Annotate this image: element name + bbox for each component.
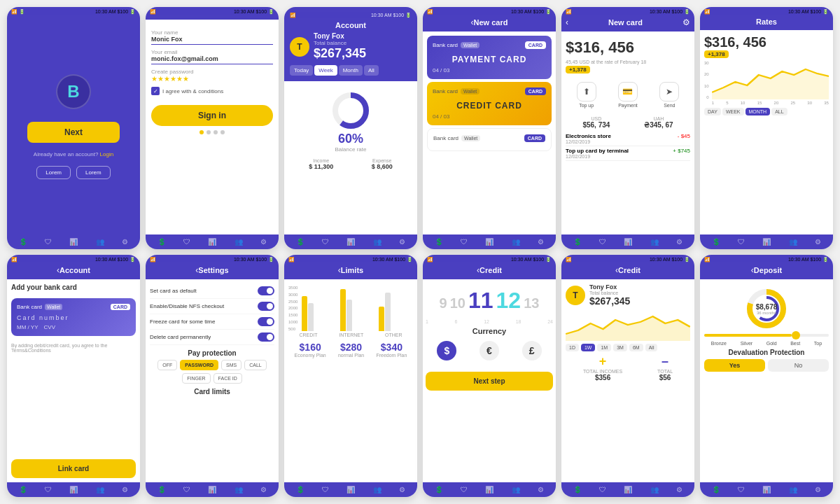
nav-shield-5[interactable]: 🛡 xyxy=(599,238,606,246)
nav-home-9[interactable]: 💲 xyxy=(296,486,304,493)
period-1w[interactable]: 1W xyxy=(581,344,596,351)
nav-people-icon[interactable]: 👥 xyxy=(96,238,104,246)
toggle-delete[interactable] xyxy=(258,332,274,342)
tab-today[interactable]: Today xyxy=(290,65,313,76)
nav-gear-11[interactable]: ⚙ xyxy=(676,486,682,493)
nav-home-4[interactable]: 💲 xyxy=(435,238,443,246)
back-arrow-5[interactable]: ‹ xyxy=(566,18,568,27)
nav-gear-8[interactable]: ⚙ xyxy=(260,486,267,493)
period-1d[interactable]: 1D xyxy=(566,344,579,351)
nav-gear-10[interactable]: ⚙ xyxy=(538,486,544,493)
nav-home-icon-2[interactable]: 💲 xyxy=(158,238,166,246)
nav-people-4[interactable]: 👥 xyxy=(512,238,520,246)
login-link[interactable]: Login xyxy=(100,151,114,158)
nav-shield-icon-2[interactable]: 🛡 xyxy=(183,238,190,246)
nav-people-icon-2[interactable]: 👥 xyxy=(234,238,243,246)
nav-home-6[interactable]: 💲 xyxy=(712,238,720,246)
next-button[interactable]: Next xyxy=(27,122,120,143)
prot-password[interactable]: PASSWORD xyxy=(180,360,218,370)
nav-chart-icon[interactable]: 📊 xyxy=(69,238,78,246)
nav-shield-icon[interactable]: 🛡 xyxy=(45,238,52,246)
link-card-btn[interactable]: Link card xyxy=(11,459,136,478)
nav-chart-11[interactable]: 📊 xyxy=(624,486,632,493)
nav-people-8[interactable]: 👥 xyxy=(234,486,243,493)
toggle-nfs[interactable] xyxy=(258,302,274,311)
send-btn[interactable]: ➤ Send xyxy=(659,82,679,108)
nav-chart-5[interactable]: 📊 xyxy=(624,238,632,246)
nav-people-3[interactable]: 👥 xyxy=(373,238,382,246)
nav-people-6[interactable]: 👥 xyxy=(789,238,797,246)
nav-home-11[interactable]: 💲 xyxy=(573,486,582,493)
agree-checkbox[interactable]: ✓ xyxy=(151,87,160,95)
nav-people-7[interactable]: 👥 xyxy=(96,486,104,493)
nav-home-icon[interactable]: 💲 xyxy=(19,238,27,246)
toggle-default[interactable] xyxy=(258,286,274,295)
nav-shield-12[interactable]: 🛡 xyxy=(738,486,745,493)
period-6m[interactable]: 6M xyxy=(629,344,643,351)
nav-people-5[interactable]: 👥 xyxy=(650,238,659,246)
nav-people-9[interactable]: 👥 xyxy=(373,486,382,493)
nav-gear-7[interactable]: ⚙ xyxy=(122,486,128,493)
nav-shield-4[interactable]: 🛡 xyxy=(461,238,468,246)
nav-chart-8[interactable]: 📊 xyxy=(208,486,216,493)
nav-shield-7[interactable]: 🛡 xyxy=(45,486,52,493)
nav-home-7[interactable]: 💲 xyxy=(19,486,27,493)
nav-chart-9[interactable]: 📊 xyxy=(346,486,355,493)
nav-people-11[interactable]: 👥 xyxy=(650,486,659,493)
nav-chart-6[interactable]: 📊 xyxy=(762,238,771,246)
period-1m[interactable]: 1M xyxy=(597,344,611,351)
nav-home-5[interactable]: 💲 xyxy=(573,238,582,246)
signin-button[interactable]: Sign in xyxy=(151,105,273,126)
tab-week[interactable]: Week xyxy=(314,65,337,76)
nav-gear-5[interactable]: ⚙ xyxy=(676,238,682,246)
nav-shield-8[interactable]: 🛡 xyxy=(183,486,190,493)
nav-people-10[interactable]: 👥 xyxy=(512,486,520,493)
period-3m[interactable]: 3M xyxy=(613,344,627,351)
nav-gear-4[interactable]: ⚙ xyxy=(538,238,544,246)
deposit-slider-thumb[interactable] xyxy=(792,331,800,340)
prot-faceid[interactable]: FACE ID xyxy=(214,373,242,384)
nav-gear-icon-2[interactable]: ⚙ xyxy=(260,238,267,246)
nav-shield-11[interactable]: 🛡 xyxy=(599,486,606,493)
yes-btn[interactable]: Yes xyxy=(704,359,765,372)
toggle-freeze[interactable] xyxy=(258,317,274,326)
tab-all[interactable]: All xyxy=(364,65,379,76)
period-day[interactable]: DAY xyxy=(704,108,721,115)
nav-chart-icon-2[interactable]: 📊 xyxy=(208,238,216,246)
nav-chart-4[interactable]: 📊 xyxy=(485,238,493,246)
nav-home-3[interactable]: 💲 xyxy=(296,238,304,246)
nav-shield-9[interactable]: 🛡 xyxy=(322,486,329,493)
curr-dollar[interactable]: $ xyxy=(437,341,456,360)
nav-chart-12[interactable]: 📊 xyxy=(762,486,771,493)
nav-chart-7[interactable]: 📊 xyxy=(69,486,78,493)
nav-gear-12[interactable]: ⚙ xyxy=(815,486,821,493)
curr-euro[interactable]: € xyxy=(479,341,499,360)
topup-btn[interactable]: ⬆ Top up xyxy=(577,82,596,108)
nav-people-12[interactable]: 👥 xyxy=(789,486,797,493)
nav-chart-3[interactable]: 📊 xyxy=(346,238,355,246)
next-step-btn[interactable]: Next step xyxy=(426,372,553,391)
nav-shield-6[interactable]: 🛡 xyxy=(738,238,745,246)
nav-gear-6[interactable]: ⚙ xyxy=(815,238,821,246)
nav-home-12[interactable]: 💲 xyxy=(712,486,720,493)
lorem-btn-2[interactable]: Lorem xyxy=(76,166,111,179)
period-all-11[interactable]: All xyxy=(645,344,658,351)
nav-gear-3[interactable]: ⚙ xyxy=(399,238,405,246)
nav-shield-10[interactable]: 🛡 xyxy=(461,486,468,493)
prot-finger[interactable]: FINGER xyxy=(182,373,210,384)
nav-gear-9[interactable]: ⚙ xyxy=(399,486,405,493)
prot-sms[interactable]: SMS xyxy=(221,360,241,370)
gear-icon-5[interactable]: ⚙ xyxy=(682,18,690,27)
period-all[interactable]: ALL xyxy=(771,108,787,115)
nav-home-8[interactable]: 💲 xyxy=(158,486,166,493)
nav-chart-10[interactable]: 📊 xyxy=(485,486,493,493)
lorem-btn-1[interactable]: Lorem xyxy=(36,166,71,179)
period-week[interactable]: WEEK xyxy=(722,108,744,115)
prot-off[interactable]: OFF xyxy=(158,360,177,370)
prot-call[interactable]: CALL xyxy=(244,360,267,370)
payment-btn[interactable]: 💳 Payment xyxy=(618,82,638,108)
no-btn[interactable]: No xyxy=(768,359,829,372)
nav-home-10[interactable]: 💲 xyxy=(435,486,443,493)
nav-shield-3[interactable]: 🛡 xyxy=(322,238,329,246)
tab-month[interactable]: Month xyxy=(339,65,363,76)
